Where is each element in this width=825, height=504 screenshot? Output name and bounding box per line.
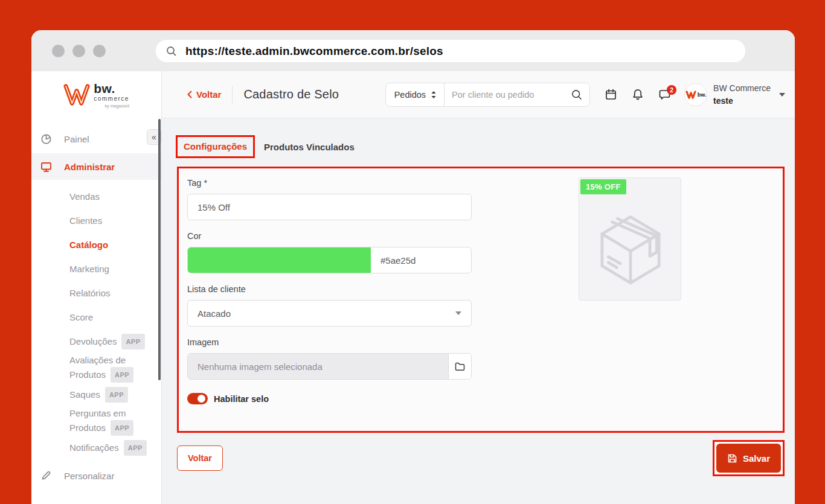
image-file-input[interactable]: Nenhuma imagem selecionada [187, 353, 472, 380]
save-button[interactable]: Salvar [716, 444, 781, 473]
back-link[interactable]: Voltar [187, 89, 221, 100]
search-input[interactable] [445, 83, 564, 106]
color-hex-value: #5ae25d [371, 247, 471, 273]
sidebar-nav: Painel Administrar Vendas Clientes Catál… [31, 127, 161, 488]
highlight-annotation-save: Salvar [713, 440, 785, 476]
client-list-value: Atacado [197, 308, 231, 319]
chevron-left-icon [187, 91, 192, 98]
sidebar-item-marketing[interactable]: Marketing [31, 257, 161, 281]
sidebar-item-personalizar[interactable]: Personalizar [31, 464, 161, 488]
sidebar-item-label: Personalizar [64, 471, 114, 481]
sidebar-item-label: Devoluções [69, 336, 117, 346]
tab-produtos-vinculados[interactable]: Produtos Vinculados [264, 142, 355, 152]
pie-chart-icon [40, 133, 52, 145]
browser-window: https://teste.admin.bwcommerce.com.br/se… [31, 30, 795, 504]
image-field-group: Imagem Nenhuma imagem selecionada [187, 337, 472, 380]
account-menu[interactable]: bw. BW Commerce teste [684, 82, 785, 107]
sidebar-item-vendas[interactable]: Vendas [31, 185, 161, 209]
sidebar-item-label: Vendas [69, 191, 100, 202]
client-list-field-group: Lista de cliente Atacado [187, 284, 472, 327]
window-controls[interactable] [52, 45, 106, 57]
sidebar-item-clientes[interactable]: Clientes [31, 209, 161, 233]
app-badge: APP [111, 367, 133, 383]
enable-seal-label: Habilitar selo [214, 394, 269, 404]
sidebar-item-painel[interactable]: Painel [31, 127, 161, 151]
chat-button[interactable]: 2 [658, 89, 671, 101]
chat-unread-badge: 2 [667, 85, 676, 95]
header-separator [232, 86, 233, 104]
sidebar-sublist: Vendas Clientes Catálogo Marketing Relat… [31, 185, 161, 460]
sidebar-item-avaliacoes[interactable]: Avaliações de ProdutosAPP [31, 354, 161, 383]
color-input[interactable]: #5ae25d [187, 247, 472, 273]
enable-seal-toggle[interactable] [187, 393, 208, 404]
tag-field-group: Tag * [187, 178, 472, 220]
bw-logo-icon [685, 90, 696, 99]
package-icon [591, 200, 670, 290]
search-scope-select[interactable]: Pedidos [386, 83, 445, 106]
account-store: teste [713, 95, 771, 107]
content-area: Configurações Produtos Vinculados Tag * … [162, 118, 795, 504]
sidebar-item-devolucoes[interactable]: DevoluçõesAPP [31, 330, 161, 354]
sidebar-item-label: Clientes [69, 215, 102, 226]
sidebar-item-perguntas[interactable]: Perguntas em ProdutosAPP [31, 407, 161, 436]
sidebar: bw. commerce by magazord « Painel [31, 71, 162, 504]
notifications-button[interactable] [632, 88, 644, 101]
calendar-icon [605, 88, 617, 101]
browse-file-button[interactable] [448, 354, 471, 379]
sidebar-item-score[interactable]: Score [31, 305, 161, 330]
highlight-annotation-form: Tag * Cor #5ae25d Lista de cliente [177, 167, 785, 433]
order-search-group: Pedidos [385, 83, 590, 107]
back-link-label: Voltar [196, 89, 221, 100]
enable-seal-row: Habilitar selo [187, 393, 783, 404]
page-title: Cadastro de Selo [243, 88, 339, 101]
calendar-button[interactable] [605, 88, 617, 101]
browser-chrome: https://teste.admin.bwcommerce.com.br/se… [31, 30, 795, 71]
tag-label: Tag * [187, 178, 472, 188]
monitor-icon [40, 161, 52, 173]
bw-commerce-logo: bw. commerce by magazord [31, 71, 161, 118]
color-label: Cor [187, 231, 472, 241]
tabs: Configurações Produtos Vinculados [176, 135, 795, 158]
footer-actions: Voltar Salvar [177, 440, 785, 476]
sidebar-item-relatorios[interactable]: Relatórios [31, 281, 161, 305]
pencil-icon [40, 470, 52, 481]
window-control-dot[interactable] [72, 45, 85, 57]
tab-configuracoes[interactable]: Configurações [184, 141, 247, 152]
window-control-dot[interactable] [93, 45, 106, 57]
sidebar-item-catalogo[interactable]: Catálogo [31, 233, 161, 257]
app-badge: APP [121, 334, 144, 349]
logo-sub-text: commerce [94, 96, 129, 102]
window-control-dot[interactable] [52, 45, 65, 57]
sidebar-item-administrar[interactable]: Administrar [31, 153, 161, 180]
sidebar-item-notificacoes[interactable]: NotificaçõesAPP [31, 436, 161, 460]
client-list-label: Lista de cliente [187, 284, 472, 294]
logo-brand-text: bw. [94, 82, 129, 95]
color-field-group: Cor #5ae25d [187, 231, 472, 273]
folder-icon [454, 362, 466, 372]
app-badge: APP [111, 420, 133, 436]
logo-byline-text: by magazord [94, 104, 129, 108]
sidebar-item-label: Relatórios [69, 288, 111, 298]
url-text: https://teste.admin.bwcommerce.com.br/se… [185, 45, 443, 58]
sidebar-item-saques[interactable]: SaquesAPP [31, 383, 161, 407]
bw-logo-icon [63, 84, 90, 106]
sidebar-item-label: Notificações [69, 442, 119, 453]
sidebar-item-label: Score [69, 312, 93, 322]
sidebar-item-label: Catálogo [69, 240, 108, 250]
seal-preview-badge: 15% OFF [580, 179, 626, 194]
sidebar-item-label: Painel [64, 134, 89, 144]
main-area: Voltar Cadastro de Selo Pedidos [162, 71, 795, 504]
sidebar-scrollbar[interactable] [158, 119, 161, 380]
desktop-background: { "colors": { "frame_red": "#d22e0c", "a… [0, 0, 825, 504]
sidebar-item-label: Administrar [64, 162, 115, 172]
address-bar[interactable]: https://teste.admin.bwcommerce.com.br/se… [156, 40, 745, 62]
account-name: BW Commerce [713, 82, 771, 94]
back-button[interactable]: Voltar [177, 445, 223, 471]
color-swatch[interactable] [188, 247, 371, 273]
tag-input[interactable] [187, 194, 472, 220]
client-list-select[interactable]: Atacado [187, 300, 472, 327]
search-button[interactable] [564, 83, 589, 106]
avatar-brand-text: bw. [698, 92, 707, 98]
search-icon [165, 45, 178, 57]
seal-preview-card: 15% OFF [579, 177, 681, 301]
